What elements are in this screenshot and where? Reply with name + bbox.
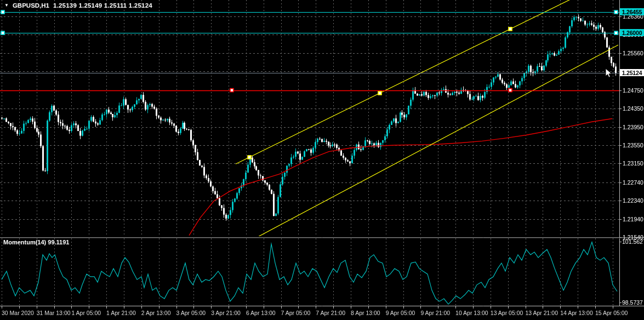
momentum-axis-min: 98.5737 — [622, 299, 643, 306]
time-tick-label: 7 Apr 05:00 — [281, 310, 311, 316]
price-tick-label: 1.23950 — [623, 124, 643, 130]
price-tick-label: 1.22740 — [623, 179, 643, 186]
momentum-indicator-label: Momentum(14) 99.1191 — [3, 239, 69, 245]
time-tick-label: 15 Apr 05:00 — [595, 310, 628, 316]
price-tick-label: 1.22340 — [623, 197, 643, 204]
symbol-period-label: GBPUSD,H1 — [13, 2, 49, 9]
time-tick-label: 31 Mar 13:00 — [37, 310, 71, 316]
time-tick-label: 10 Apr 13:00 — [455, 310, 488, 316]
time-tick-label: 7 Apr 21:00 — [316, 310, 345, 316]
momentum-value: 99.1191 — [48, 239, 69, 245]
time-tick-label: 1 Apr 21:00 — [106, 310, 136, 316]
price-tick-label: 1.23550 — [623, 142, 643, 148]
time-tick-label: 6 Apr 13:00 — [246, 310, 276, 316]
mt4-chart-window: ▼ GBPUSD,H1 1.25139 1.25149 1.25111 1.25… — [0, 0, 644, 320]
momentum-axis-max: 101.5627 — [622, 238, 644, 245]
ohlc-values: 1.25139 1.25149 1.25111 1.25124 — [53, 2, 152, 9]
time-tick-label: 3 Apr 21:00 — [211, 310, 241, 316]
mouse-cursor-icon — [605, 68, 614, 79]
price-badge: 1.26455 — [620, 8, 644, 15]
time-tick-label: 30 Mar 2020 — [2, 310, 34, 316]
time-tick-label: 2 Apr 13:00 — [141, 310, 171, 316]
price-badge: 1.25124 — [620, 69, 644, 76]
time-tick-label: 14 Apr 13:00 — [560, 310, 593, 316]
price-badge: 1.26000 — [620, 29, 644, 36]
time-tick-label: 13 Apr 21:00 — [526, 310, 558, 316]
price-tick-label: 1.23150 — [623, 160, 643, 167]
time-tick-label: 13 Apr 05:00 — [491, 310, 523, 316]
symbol-dropdown-icon[interactable]: ▼ — [4, 3, 9, 8]
chart-canvas[interactable] — [0, 0, 644, 320]
time-tick-label: 8 Apr 13:00 — [351, 310, 380, 316]
price-tick-label: 1.24750 — [623, 87, 643, 94]
time-tick-label: 3 Apr 05:00 — [176, 310, 206, 316]
price-tick-label: 1.21940 — [623, 216, 643, 222]
time-tick-label: 9 Apr 05:00 — [386, 310, 415, 316]
time-tick-label: 9 Apr 21:00 — [420, 310, 450, 316]
time-tick-label: 1 Apr 05:00 — [71, 310, 101, 316]
price-tick-label: 1.25560 — [623, 50, 643, 56]
price-tick-label: 1.24350 — [623, 105, 643, 112]
chart-header: ▼ GBPUSD,H1 1.25139 1.25149 1.25111 1.25… — [4, 2, 152, 9]
momentum-name: Momentum(14) — [3, 239, 46, 245]
